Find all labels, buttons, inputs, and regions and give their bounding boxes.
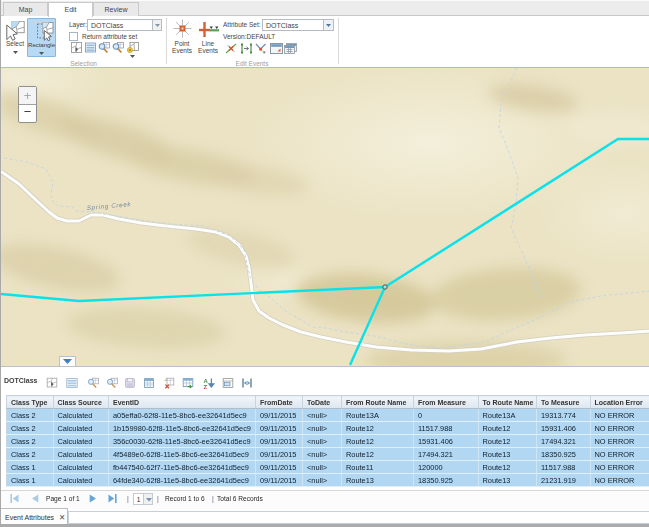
svg-text:A: A [203, 378, 208, 384]
svg-text:Z: Z [203, 384, 207, 389]
svg-text:Spring Creek: Spring Creek [86, 200, 131, 211]
